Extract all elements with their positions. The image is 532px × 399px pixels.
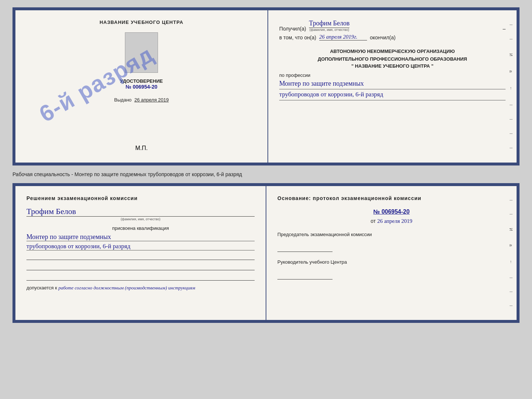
blank-line-2 — [26, 262, 255, 270]
side-dash-5 — [510, 133, 513, 134]
profession-label: по профессии — [279, 72, 506, 78]
qual-line1: Монтер по защите подземных — [26, 233, 255, 241]
protocol-number: № 006954-20 — [277, 209, 506, 215]
side-mark-i: И — [509, 53, 513, 56]
bottom-left-panel: Решением экзаменационной комиссии Трофим… — [15, 186, 266, 320]
side-dash-2 — [510, 39, 513, 39]
recipient-name: Трофим Белов — [309, 19, 349, 28]
director-block: Руководитель учебного Центра — [277, 259, 506, 279]
issued-date-value: 26 апреля 2019 — [134, 97, 169, 103]
commission-title: Решением экзаменационной комиссии — [26, 195, 255, 201]
recipient-sublabel: (фамилия, имя, отчество) — [309, 28, 349, 32]
blank-line-1 — [26, 252, 255, 260]
admission-block: допускается к работе согласно должностны… — [26, 285, 255, 291]
top-left-panel: НАЗВАНИЕ УЧЕБНОГО ЦЕНТРА УДОСТОВЕРЕНИЕ №… — [15, 10, 268, 163]
side-dash-1 — [510, 25, 513, 25]
mp-label: М.П. — [135, 138, 148, 152]
side-mark-bi: И — [509, 228, 513, 231]
cert-number: № 006954-20 — [120, 84, 163, 90]
date-prefix: от — [371, 218, 376, 224]
right-side-marks: И а ← — [507, 10, 515, 163]
protocol-date-value: 26 апреля 2019 — [377, 218, 413, 224]
bottom-right-panel: Основание: протокол экзаменационной коми… — [266, 186, 517, 320]
received-label: Получил(а) — [279, 26, 306, 32]
profession-line1: Монтер по защите подземных — [279, 80, 506, 89]
basis-title: Основание: протокол экзаменационной коми… — [277, 195, 506, 201]
side-dash-b5 — [510, 306, 513, 306]
photo-placeholder — [125, 32, 158, 73]
person-name-block: Трофим Белов (фамилия, имя, отчество) — [26, 207, 255, 221]
side-dash-6 — [510, 148, 513, 148]
side-dash-b4 — [510, 292, 513, 292]
date-line: в том, что он(а) 26 апреля 2019г. окончи… — [279, 34, 506, 40]
org-name: " НАЗВАНИЕ УЧЕБНОГО ЦЕНТРА " — [279, 63, 506, 69]
side-dash-b1 — [510, 200, 513, 200]
top-right-panel: Получил(а) Трофим Белов (фамилия, имя, о… — [268, 10, 517, 163]
person-name: Трофим Белов — [26, 207, 255, 217]
side-mark-arrow: ← — [509, 86, 513, 90]
org-line1: АВТОНОМНУЮ НЕКОММЕРЧЕСКУЮ ОРГАНИЗАЦИЮ — [279, 48, 506, 56]
qualification-label: присвоена квалификация — [26, 225, 255, 231]
top-document: НАЗВАНИЕ УЧЕБНОГО ЦЕНТРА УДОСТОВЕРЕНИЕ №… — [12, 7, 520, 165]
director-label: Руководитель учебного Центра — [277, 259, 506, 265]
side-dash-4 — [510, 119, 513, 120]
org-line2: ДОПОЛНИТЕЛЬНОГО ПРОФЕССИОНАЛЬНОГО ОБРАЗО… — [279, 56, 506, 63]
qual-line2: трубопроводов от коррозии, 6-й разряд — [26, 243, 255, 250]
protocol-date: от 26 апреля 2019 — [277, 218, 506, 224]
institution-title-top: НАЗВАНИЕ УЧЕБНОГО ЦЕНТРА — [100, 19, 183, 25]
side-mark-a: а — [509, 70, 513, 72]
blank-line-3 — [26, 272, 255, 281]
bottom-document: Решением экзаменационной комиссии Трофим… — [12, 183, 520, 323]
cert-label: УДОСТОВЕРЕНИЕ — [120, 78, 163, 84]
issued-label: Выдано — [114, 97, 132, 103]
cert-title-block: УДОСТОВЕРЕНИЕ № 006954-20 — [120, 78, 163, 90]
admission-text: работе согласно должностным (производств… — [58, 285, 195, 291]
side-dash-b3 — [510, 278, 513, 278]
institution-block: АВТОНОМНУЮ НЕКОММЕРЧЕСКУЮ ОРГАНИЗАЦИЮ ДО… — [279, 48, 506, 69]
dash: – — [503, 26, 506, 32]
chairman-block: Председатель экзаменационной комиссии — [277, 232, 506, 252]
side-mark-ba: а — [509, 244, 513, 246]
side-dash-b2 — [510, 214, 513, 214]
director-signature-line — [277, 272, 332, 279]
recipient-line: Получил(а) Трофим Белов (фамилия, имя, о… — [279, 19, 506, 32]
profession-line2: трубопроводов от коррозии, 6-й разряд — [279, 91, 506, 100]
person-sublabel: (фамилия, имя, отчество) — [26, 217, 255, 221]
side-mark-barrow: ← — [509, 260, 513, 264]
issued-date-block: Выдано 26 апреля 2019 — [114, 97, 169, 103]
specialty-label: Рабочая специальность - Монтер по защите… — [12, 170, 520, 179]
right-side-marks-bottom: И а ← — [507, 186, 515, 320]
side-dash-3 — [510, 105, 513, 105]
completed-label: окончил(а) — [370, 35, 396, 40]
date-value: 26 апреля 2019г. — [319, 34, 367, 40]
date-intro: в том, что он(а) — [279, 35, 316, 40]
admission-label: допускается к — [26, 285, 57, 291]
chairman-label: Председатель экзаменационной комиссии — [277, 232, 506, 237]
chairman-signature-line — [277, 245, 332, 252]
